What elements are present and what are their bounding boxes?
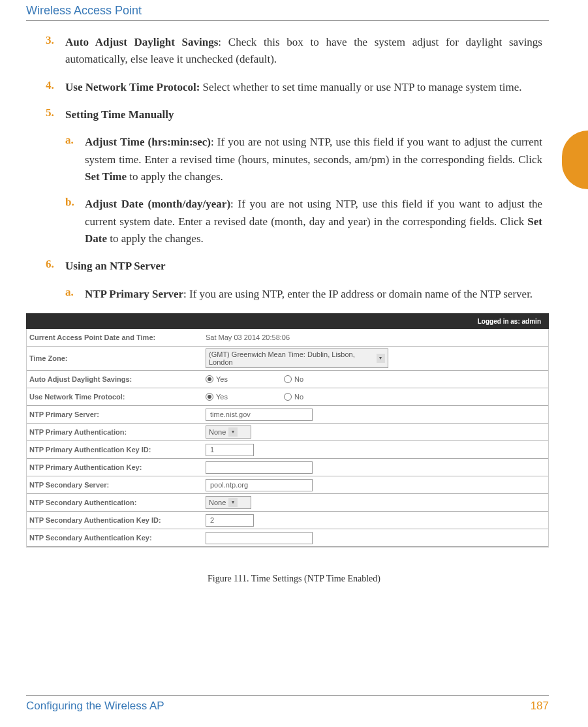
chevron-down-icon: ▾ <box>377 354 385 363</box>
settings-value: (GMT) Greenwich Mean Time: Dublin, Lisbo… <box>206 348 546 368</box>
settings-label: Current Access Point Date and Time: <box>29 333 206 341</box>
settings-value: YesNo <box>206 393 546 401</box>
item-bold: Use Network Time Protocol: <box>65 81 200 93</box>
dropdown[interactable]: None▾ <box>206 425 251 439</box>
settings-row: NTP Secondary Authentication Key: <box>27 529 548 547</box>
radio-no[interactable]: No <box>284 375 303 383</box>
figure-caption: Figure 111. Time Settings (NTP Time Enab… <box>46 574 542 584</box>
item-text: Using an NTP Server <box>65 258 542 275</box>
settings-value: None▾ <box>206 496 546 509</box>
settings-label: NTP Secondary Server: <box>29 481 206 489</box>
radio-yes[interactable]: Yes <box>206 393 228 401</box>
settings-label: NTP Secondary Authentication: <box>29 499 206 506</box>
radio-no[interactable]: No <box>284 393 303 401</box>
sub-letter: b. <box>65 196 85 247</box>
settings-value: time.nist.gov <box>206 409 546 421</box>
sub-item-a: a. Adjust Time (hrs:min:sec): If you are… <box>65 134 542 185</box>
item-text: Setting Time Manually <box>65 106 542 123</box>
radio-icon <box>284 393 292 401</box>
sub-t2: to apply the changes. <box>127 170 223 183</box>
chevron-down-icon: ▾ <box>228 498 238 507</box>
settings-screenshot: Logged in as: admin Current Access Point… <box>26 313 549 548</box>
settings-row: NTP Secondary Server:pool.ntp.org <box>27 476 548 494</box>
settings-label: Auto Adjust Daylight Savings: <box>29 375 206 383</box>
text-input[interactable] <box>206 532 313 544</box>
radio-yes[interactable]: Yes <box>206 375 228 383</box>
settings-label: NTP Primary Authentication Key ID: <box>29 446 206 454</box>
settings-value: None▾ <box>206 425 546 439</box>
settings-row: NTP Primary Authentication:None▾ <box>27 424 548 441</box>
item-text: Auto Adjust Daylight Savings: Check this… <box>65 34 542 69</box>
settings-value: Sat May 03 2014 20:58:06 <box>206 333 546 341</box>
text-input[interactable]: 1 <box>206 444 254 456</box>
settings-label: NTP Secondary Authentication Key ID: <box>29 516 206 524</box>
footer-right: 187 <box>531 700 549 713</box>
settings-row: Use Network Time Protocol:YesNo <box>27 388 548 406</box>
radio-icon <box>284 375 292 383</box>
settings-row: Auto Adjust Daylight Savings:YesNo <box>27 371 548 388</box>
screenshot-header: Logged in as: admin <box>26 313 549 329</box>
settings-row: NTP Secondary Authentication Key ID:2 <box>27 512 548 529</box>
item-bold: Setting Time Manually <box>65 108 174 121</box>
text-input[interactable]: 2 <box>206 514 254 527</box>
settings-label: Use Network Time Protocol: <box>29 393 206 401</box>
settings-label: NTP Primary Authentication: <box>29 428 206 436</box>
sub-letter: a. <box>65 286 85 303</box>
text-input[interactable]: time.nist.gov <box>206 409 313 421</box>
sub-t2: to apply the changes. <box>107 232 204 245</box>
footer-left: Configuring the Wireless AP <box>26 700 164 713</box>
text-input[interactable] <box>206 461 313 474</box>
item-number: 4. <box>46 79 65 96</box>
item-number: 5. <box>46 106 65 123</box>
screenshot-body: Current Access Point Date and Time:Sat M… <box>26 329 549 548</box>
settings-value: 1 <box>206 444 546 456</box>
settings-row: Current Access Point Date and Time:Sat M… <box>27 329 548 347</box>
side-tab <box>562 131 588 189</box>
settings-value <box>206 461 546 474</box>
radio-icon <box>206 375 213 383</box>
settings-label: NTP Secondary Authentication Key: <box>29 534 206 542</box>
settings-row: NTP Secondary Authentication:None▾ <box>27 494 548 512</box>
sub-list-6: a. NTP Primary Server: If you are using … <box>46 286 542 303</box>
settings-value <box>206 532 546 544</box>
sub-text: NTP Primary Server: If you are using NTP… <box>85 286 542 303</box>
settings-row: NTP Primary Authentication Key: <box>27 459 548 476</box>
sub-text: Adjust Time (hrs:min:sec): If you are no… <box>85 134 542 185</box>
sub-bold: NTP Primary Server <box>85 288 183 300</box>
settings-row: NTP Primary Server:time.nist.gov <box>27 406 548 424</box>
item-bold: Using an NTP Server <box>65 260 165 272</box>
list-item-4: 4. Use Network Time Protocol: Select whe… <box>46 79 542 96</box>
sub-item-a: a. NTP Primary Server: If you are using … <box>65 286 542 303</box>
settings-value: 2 <box>206 514 546 527</box>
sub-item-b: b. Adjust Date (month/day/year): If you … <box>65 196 542 247</box>
dropdown[interactable]: None▾ <box>206 496 251 509</box>
dropdown[interactable]: (GMT) Greenwich Mean Time: Dublin, Lisbo… <box>206 348 388 368</box>
sub-list-5: a. Adjust Time (hrs:min:sec): If you are… <box>46 134 542 247</box>
item-number: 6. <box>46 258 65 275</box>
settings-label: NTP Primary Authentication Key: <box>29 463 206 471</box>
sub-bold: Adjust Time (hrs:min:sec) <box>85 136 211 148</box>
sub-letter: a. <box>65 134 85 185</box>
chevron-down-icon: ▾ <box>228 427 238 437</box>
sub-t1: : If you are using NTP, enter the IP add… <box>183 288 533 300</box>
settings-row: NTP Primary Authentication Key ID:1 <box>27 441 548 459</box>
settings-label: NTP Primary Server: <box>29 410 206 418</box>
logged-in-text: Logged in as: admin <box>478 318 541 325</box>
text-input[interactable]: pool.ntp.org <box>206 479 313 491</box>
sub-bold2: Set Time <box>85 170 127 183</box>
settings-label: Time Zone: <box>29 354 206 362</box>
main-content: 3. Auto Adjust Daylight Savings: Check t… <box>26 21 549 584</box>
page-footer: Configuring the Wireless AP 187 <box>26 695 549 713</box>
list-item-5: 5. Setting Time Manually <box>46 106 542 123</box>
sub-bold: Adjust Date (month/day/year) <box>85 198 230 210</box>
settings-value: pool.ntp.org <box>206 479 546 491</box>
sub-text: Adjust Date (month/day/year): If you are… <box>85 196 542 247</box>
settings-row: Time Zone:(GMT) Greenwich Mean Time: Dub… <box>27 347 548 371</box>
item-rest: Select whether to set time manually or u… <box>200 81 521 93</box>
list-item-6: 6. Using an NTP Server <box>46 258 542 275</box>
item-number: 3. <box>46 34 65 69</box>
page-header: Wireless Access Point <box>26 0 549 21</box>
item-text: Use Network Time Protocol: Select whethe… <box>65 79 542 96</box>
item-bold: Auto Adjust Daylight Savings <box>65 36 218 48</box>
settings-value: YesNo <box>206 375 546 383</box>
